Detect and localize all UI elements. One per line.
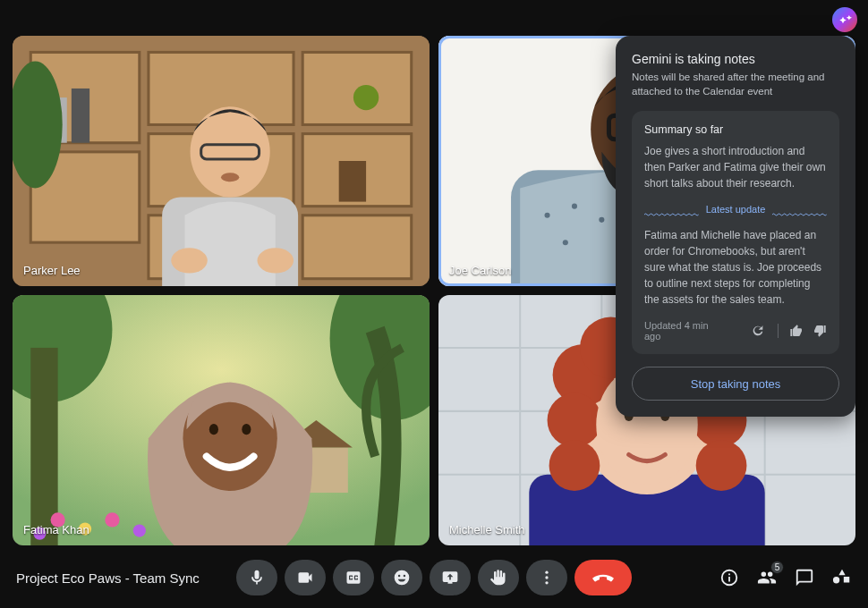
updated-timestamp: Updated 4 min ago <box>644 320 726 342</box>
participant-video <box>13 36 430 286</box>
svg-rect-13 <box>339 161 366 202</box>
people-button[interactable]: 5 <box>757 568 777 587</box>
stop-button-label: Stop taking notes <box>691 377 780 391</box>
present-screen-icon <box>441 569 459 587</box>
svg-point-71 <box>549 440 600 491</box>
info-icon <box>719 568 739 587</box>
svg-point-21 <box>258 248 294 273</box>
shapes-icon <box>832 568 852 587</box>
summary-text: Joe gives a short introduction and then … <box>644 143 827 191</box>
hangup-icon <box>591 566 615 589</box>
camera-icon <box>296 569 314 587</box>
activities-button[interactable] <box>832 568 852 587</box>
sparkle-icon <box>838 13 852 27</box>
right-controls: 5 <box>719 568 852 587</box>
svg-point-33 <box>563 240 568 245</box>
microphone-icon <box>248 569 266 587</box>
bottom-bar: Project Eco Paws - Team Sync <box>0 547 868 608</box>
more-vertical-icon <box>538 569 556 587</box>
svg-point-49 <box>133 525 146 537</box>
raise-hand-icon <box>489 569 507 587</box>
svg-rect-7 <box>302 52 412 124</box>
svg-point-53 <box>242 424 251 435</box>
latest-update-divider: Latest update <box>644 204 827 215</box>
refresh-button[interactable] <box>751 324 765 338</box>
thumbs-up-button[interactable] <box>789 324 804 338</box>
summary-card: Summary so far Joe gives a short introdu… <box>632 111 839 354</box>
participant-name-label: Parker Lee <box>23 264 81 277</box>
captions-icon <box>345 569 362 587</box>
participant-tile-fatima-khan[interactable]: Fatima Khan <box>13 295 430 545</box>
svg-point-25 <box>545 213 550 218</box>
svg-point-27 <box>599 217 604 223</box>
participant-name-label: Michelle Smith <box>449 523 525 536</box>
emoji-icon <box>393 569 411 587</box>
present-button[interactable] <box>430 560 471 595</box>
svg-point-78 <box>545 581 548 584</box>
reactions-button[interactable] <box>381 560 422 595</box>
summary-heading: Summary so far <box>644 123 827 136</box>
chat-icon <box>795 568 814 587</box>
svg-point-77 <box>545 576 548 578</box>
participant-count-badge: 5 <box>770 561 784 574</box>
summary-card-footer: Updated 4 min ago <box>644 320 827 342</box>
camera-button[interactable] <box>285 560 326 595</box>
latest-update-text: Fatima and Michelle have placed an order… <box>644 227 827 308</box>
svg-point-12 <box>353 85 379 110</box>
svg-rect-9 <box>302 215 412 279</box>
mic-button[interactable] <box>236 560 277 595</box>
call-controls <box>236 560 632 595</box>
wavy-line-right <box>772 207 827 211</box>
ai-spark-button[interactable] <box>832 7 857 32</box>
participant-tile-parker-lee[interactable]: Parker Lee <box>13 36 430 286</box>
meeting-title: Project Eco Paws - Team Sync <box>16 570 200 586</box>
svg-point-69 <box>548 393 602 448</box>
svg-point-48 <box>105 512 119 527</box>
thumbs-down-icon <box>813 324 827 338</box>
svg-point-26 <box>572 204 577 209</box>
captions-button[interactable] <box>333 560 374 595</box>
leave-call-button[interactable] <box>574 560 632 595</box>
svg-point-52 <box>209 424 218 435</box>
participant-video <box>13 295 430 545</box>
raise-hand-button[interactable] <box>478 560 519 595</box>
panel-title: Gemini is taking notes <box>632 52 839 66</box>
wavy-line-left <box>644 207 699 211</box>
svg-rect-11 <box>72 89 89 143</box>
gemini-notes-panel: Gemini is taking notes Notes will be sha… <box>616 36 855 417</box>
svg-point-19 <box>221 173 239 182</box>
svg-point-20 <box>171 248 208 273</box>
participant-name-label: Joe Carlson <box>449 264 511 277</box>
stop-taking-notes-button[interactable]: Stop taking notes <box>632 367 839 401</box>
divider-label: Latest update <box>706 204 766 215</box>
meeting-details-button[interactable] <box>719 568 739 587</box>
chat-button[interactable] <box>795 568 814 587</box>
more-options-button[interactable] <box>526 560 567 595</box>
participant-name-label: Fatima Khan <box>23 523 89 536</box>
panel-subtitle: Notes will be shared after the meeting a… <box>632 70 839 98</box>
thumbs-down-button[interactable] <box>813 324 827 338</box>
thumbs-up-icon <box>789 324 804 338</box>
svg-point-72 <box>696 440 747 491</box>
refresh-icon <box>751 324 765 338</box>
svg-point-76 <box>545 571 548 574</box>
